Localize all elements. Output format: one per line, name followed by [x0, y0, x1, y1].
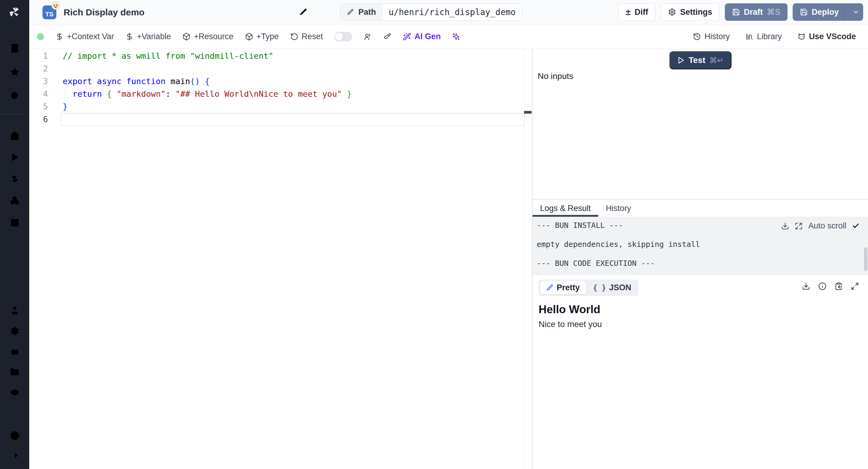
save-icon: [800, 8, 808, 16]
line-number-gutter: 1 2 3 4 5 6: [29, 50, 48, 126]
dollar-icon: [125, 33, 133, 41]
draft-button[interactable]: Draft ⌘S: [725, 3, 787, 21]
vscode-cat-icon: [798, 33, 806, 41]
left-rail: [0, 0, 29, 469]
deploy-button[interactable]: Deploy: [793, 3, 863, 21]
code-line: }: [63, 100, 352, 113]
top-bar: TS Rich Display demo Path u/henri/rich_d…: [29, 0, 868, 24]
library-button[interactable]: Library: [745, 32, 782, 41]
reset-button[interactable]: Reset: [290, 32, 323, 41]
tab-logs-result[interactable]: Logs & Result: [532, 200, 598, 217]
code-line: return { "markdown": "## Hello World\nNi…: [63, 88, 352, 100]
no-inputs-text: No inputs: [538, 71, 573, 81]
wand-icon: [403, 33, 411, 41]
result-markdown-body: Nice to meet you: [538, 319, 862, 329]
typescript-badge-label: TS: [45, 10, 54, 18]
edit-title-pencil-icon[interactable]: [299, 7, 308, 17]
help-icon[interactable]: [10, 430, 20, 441]
code-editor[interactable]: 1 2 3 4 5 6 // import * as wmill from "w…: [29, 49, 532, 469]
home-icon[interactable]: [10, 130, 20, 141]
maximize-result-icon[interactable]: [851, 282, 859, 290]
result-panel: Pretty { } JSON Hello World Nice to meet…: [532, 274, 868, 469]
diff-button[interactable]: ± Diff: [618, 3, 655, 21]
reset-icon: [290, 33, 299, 41]
package-icon: [245, 33, 253, 41]
run-panel: Test ⌘↵ No inputs Logs & Result History …: [532, 49, 868, 469]
audit-eye-icon[interactable]: [10, 387, 20, 398]
favorites-star-icon[interactable]: [10, 67, 20, 77]
result-markdown-heading: Hello World: [538, 303, 862, 316]
path-field[interactable]: Path u/henri/rich_display_demo: [340, 3, 522, 21]
path-label-section: Path: [340, 4, 383, 21]
workspace-icon[interactable]: [10, 43, 20, 53]
pretty-toggle-button[interactable]: Pretty: [540, 281, 586, 294]
runs-play-icon[interactable]: [10, 152, 20, 162]
download-result-icon[interactable]: [802, 282, 810, 290]
braces-icon: { }: [593, 284, 606, 292]
chevron-down-icon[interactable]: [852, 8, 860, 16]
code-content[interactable]: // import * as wmill from "windmill-clie…: [63, 50, 352, 126]
result-tabs: Logs & Result History: [532, 200, 868, 217]
cursor-marker: [524, 111, 532, 114]
variables-dollar-icon[interactable]: [10, 174, 20, 184]
expand-logs-icon[interactable]: [795, 222, 803, 230]
add-variable-button[interactable]: +Variable: [125, 32, 171, 41]
brush-icon: [383, 33, 392, 41]
page-title: Rich Display demo: [64, 7, 144, 18]
collaborators-button[interactable]: [364, 33, 372, 41]
result-view-toggle: Pretty { } JSON: [538, 279, 639, 296]
copy-result-icon[interactable]: [835, 282, 843, 290]
pen-icon: [546, 284, 554, 291]
code-line: [63, 62, 352, 75]
settings-gear-icon[interactable]: [10, 326, 20, 336]
tab-history[interactable]: History: [598, 200, 639, 217]
pencil-icon: [347, 8, 354, 16]
code-line: // import * as wmill from "windmill-clie…: [63, 50, 352, 62]
download-logs-icon[interactable]: [781, 222, 789, 230]
result-actions: [802, 282, 859, 290]
gear-icon: [668, 8, 676, 16]
auto-scroll-label: Auto scroll: [808, 221, 846, 230]
test-button[interactable]: Test ⌘↵: [670, 51, 732, 69]
schedules-calendar-icon[interactable]: [10, 217, 20, 227]
editor-toolbar: +Context Var +Variable +Resource +Type R…: [29, 24, 868, 49]
logs-controls: Auto scroll: [781, 221, 860, 230]
use-vscode-button[interactable]: Use VScode: [798, 32, 856, 41]
info-icon[interactable]: [818, 282, 827, 290]
play-icon: [677, 56, 685, 64]
diff-icon: ±: [626, 7, 630, 17]
path-label: Path: [358, 7, 376, 17]
add-type-button[interactable]: +Type: [245, 32, 279, 41]
expand-sidebar-icon[interactable]: [10, 450, 20, 461]
add-context-var-button[interactable]: +Context Var: [56, 32, 114, 41]
add-resource-button[interactable]: +Resource: [182, 32, 233, 41]
test-shortcut: ⌘↵: [709, 56, 724, 65]
draft-shortcut: ⌘S: [767, 7, 780, 17]
auto-scroll-check-icon[interactable]: [852, 222, 860, 230]
users-icon[interactable]: [10, 305, 20, 316]
library-icon: [745, 33, 753, 41]
format-code-button[interactable]: [383, 33, 392, 41]
folders-icon[interactable]: [10, 367, 20, 377]
script-emoji: [52, 1, 60, 10]
windmill-script-editor: TS Rich Display demo Path u/henri/rich_d…: [0, 0, 868, 469]
users-icon: [364, 33, 372, 41]
package-icon: [182, 33, 190, 41]
history-icon: [693, 33, 701, 41]
settings-button[interactable]: Settings: [661, 3, 720, 21]
code-line: export async function main() {: [63, 75, 352, 88]
save-icon: [732, 8, 740, 16]
path-value[interactable]: u/henri/rich_display_demo: [383, 4, 522, 21]
history-button[interactable]: History: [693, 32, 730, 41]
ai-sparkles-button[interactable]: [452, 33, 460, 41]
multiplayer-toggle[interactable]: [334, 32, 352, 41]
logs-scrollbar[interactable]: [864, 247, 867, 271]
line-number: 1: [29, 50, 48, 62]
windmill-logo[interactable]: [7, 5, 22, 19]
ai-gen-button[interactable]: AI Gen: [403, 32, 441, 41]
line-number: 3: [29, 75, 48, 88]
workers-bot-icon[interactable]: [10, 346, 20, 356]
resources-cubes-icon[interactable]: [10, 195, 20, 206]
search-icon[interactable]: [10, 91, 20, 101]
json-toggle-button[interactable]: { } JSON: [587, 281, 638, 294]
